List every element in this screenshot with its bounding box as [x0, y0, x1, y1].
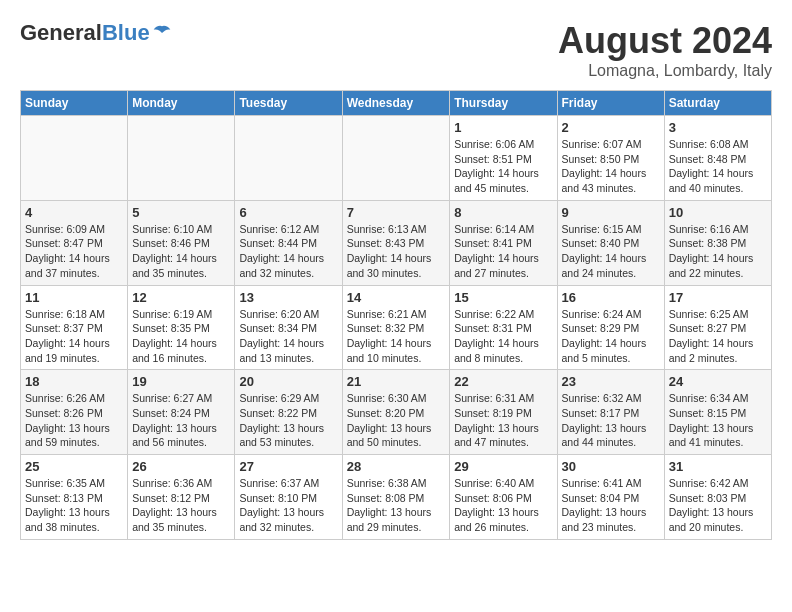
calendar-cell [342, 116, 450, 201]
day-info: Sunrise: 6:32 AM Sunset: 8:17 PM Dayligh… [562, 391, 660, 450]
calendar-cell [235, 116, 342, 201]
day-number: 31 [669, 459, 767, 474]
day-info: Sunrise: 6:06 AM Sunset: 8:51 PM Dayligh… [454, 137, 552, 196]
day-info: Sunrise: 6:37 AM Sunset: 8:10 PM Dayligh… [239, 476, 337, 535]
calendar-cell: 29Sunrise: 6:40 AM Sunset: 8:06 PM Dayli… [450, 455, 557, 540]
calendar-cell: 2Sunrise: 6:07 AM Sunset: 8:50 PM Daylig… [557, 116, 664, 201]
calendar-cell: 24Sunrise: 6:34 AM Sunset: 8:15 PM Dayli… [664, 370, 771, 455]
weekday-header-sunday: Sunday [21, 91, 128, 116]
calendar-cell: 26Sunrise: 6:36 AM Sunset: 8:12 PM Dayli… [128, 455, 235, 540]
day-number: 13 [239, 290, 337, 305]
day-info: Sunrise: 6:27 AM Sunset: 8:24 PM Dayligh… [132, 391, 230, 450]
calendar-week-row: 18Sunrise: 6:26 AM Sunset: 8:26 PM Dayli… [21, 370, 772, 455]
day-number: 27 [239, 459, 337, 474]
day-number: 14 [347, 290, 446, 305]
day-info: Sunrise: 6:21 AM Sunset: 8:32 PM Dayligh… [347, 307, 446, 366]
calendar-cell: 4Sunrise: 6:09 AM Sunset: 8:47 PM Daylig… [21, 200, 128, 285]
logo: GeneralBlue [20, 20, 172, 46]
day-number: 3 [669, 120, 767, 135]
calendar-cell: 14Sunrise: 6:21 AM Sunset: 8:32 PM Dayli… [342, 285, 450, 370]
calendar-week-row: 11Sunrise: 6:18 AM Sunset: 8:37 PM Dayli… [21, 285, 772, 370]
day-info: Sunrise: 6:36 AM Sunset: 8:12 PM Dayligh… [132, 476, 230, 535]
weekday-header-saturday: Saturday [664, 91, 771, 116]
calendar-cell [128, 116, 235, 201]
day-number: 11 [25, 290, 123, 305]
weekday-header-friday: Friday [557, 91, 664, 116]
day-info: Sunrise: 6:14 AM Sunset: 8:41 PM Dayligh… [454, 222, 552, 281]
day-number: 18 [25, 374, 123, 389]
title-area: August 2024 Lomagna, Lombardy, Italy [558, 20, 772, 80]
day-info: Sunrise: 6:08 AM Sunset: 8:48 PM Dayligh… [669, 137, 767, 196]
day-info: Sunrise: 6:30 AM Sunset: 8:20 PM Dayligh… [347, 391, 446, 450]
calendar-cell [21, 116, 128, 201]
calendar-cell: 23Sunrise: 6:32 AM Sunset: 8:17 PM Dayli… [557, 370, 664, 455]
day-number: 26 [132, 459, 230, 474]
day-info: Sunrise: 6:12 AM Sunset: 8:44 PM Dayligh… [239, 222, 337, 281]
day-number: 19 [132, 374, 230, 389]
calendar-cell: 21Sunrise: 6:30 AM Sunset: 8:20 PM Dayli… [342, 370, 450, 455]
weekday-header-wednesday: Wednesday [342, 91, 450, 116]
day-number: 8 [454, 205, 552, 220]
day-number: 4 [25, 205, 123, 220]
weekday-header-row: SundayMondayTuesdayWednesdayThursdayFrid… [21, 91, 772, 116]
day-number: 30 [562, 459, 660, 474]
day-number: 6 [239, 205, 337, 220]
day-number: 22 [454, 374, 552, 389]
calendar-cell: 9Sunrise: 6:15 AM Sunset: 8:40 PM Daylig… [557, 200, 664, 285]
day-number: 24 [669, 374, 767, 389]
day-number: 20 [239, 374, 337, 389]
calendar-cell: 15Sunrise: 6:22 AM Sunset: 8:31 PM Dayli… [450, 285, 557, 370]
logo-general: GeneralBlue [20, 20, 150, 46]
day-number: 28 [347, 459, 446, 474]
day-info: Sunrise: 6:26 AM Sunset: 8:26 PM Dayligh… [25, 391, 123, 450]
calendar-week-row: 25Sunrise: 6:35 AM Sunset: 8:13 PM Dayli… [21, 455, 772, 540]
day-number: 10 [669, 205, 767, 220]
calendar-cell: 28Sunrise: 6:38 AM Sunset: 8:08 PM Dayli… [342, 455, 450, 540]
calendar-cell: 12Sunrise: 6:19 AM Sunset: 8:35 PM Dayli… [128, 285, 235, 370]
day-number: 17 [669, 290, 767, 305]
calendar-cell: 7Sunrise: 6:13 AM Sunset: 8:43 PM Daylig… [342, 200, 450, 285]
day-info: Sunrise: 6:35 AM Sunset: 8:13 PM Dayligh… [25, 476, 123, 535]
day-number: 2 [562, 120, 660, 135]
calendar-table: SundayMondayTuesdayWednesdayThursdayFrid… [20, 90, 772, 540]
day-info: Sunrise: 6:42 AM Sunset: 8:03 PM Dayligh… [669, 476, 767, 535]
day-number: 23 [562, 374, 660, 389]
weekday-header-monday: Monday [128, 91, 235, 116]
day-info: Sunrise: 6:20 AM Sunset: 8:34 PM Dayligh… [239, 307, 337, 366]
calendar-week-row: 4Sunrise: 6:09 AM Sunset: 8:47 PM Daylig… [21, 200, 772, 285]
day-info: Sunrise: 6:25 AM Sunset: 8:27 PM Dayligh… [669, 307, 767, 366]
day-info: Sunrise: 6:31 AM Sunset: 8:19 PM Dayligh… [454, 391, 552, 450]
day-number: 12 [132, 290, 230, 305]
calendar-cell: 30Sunrise: 6:41 AM Sunset: 8:04 PM Dayli… [557, 455, 664, 540]
day-number: 5 [132, 205, 230, 220]
calendar-cell: 6Sunrise: 6:12 AM Sunset: 8:44 PM Daylig… [235, 200, 342, 285]
calendar-cell: 31Sunrise: 6:42 AM Sunset: 8:03 PM Dayli… [664, 455, 771, 540]
day-number: 9 [562, 205, 660, 220]
calendar-cell: 25Sunrise: 6:35 AM Sunset: 8:13 PM Dayli… [21, 455, 128, 540]
calendar-cell: 1Sunrise: 6:06 AM Sunset: 8:51 PM Daylig… [450, 116, 557, 201]
day-info: Sunrise: 6:29 AM Sunset: 8:22 PM Dayligh… [239, 391, 337, 450]
logo-bird-icon [152, 24, 172, 42]
calendar-cell: 20Sunrise: 6:29 AM Sunset: 8:22 PM Dayli… [235, 370, 342, 455]
calendar-cell: 17Sunrise: 6:25 AM Sunset: 8:27 PM Dayli… [664, 285, 771, 370]
day-info: Sunrise: 6:38 AM Sunset: 8:08 PM Dayligh… [347, 476, 446, 535]
calendar-cell: 8Sunrise: 6:14 AM Sunset: 8:41 PM Daylig… [450, 200, 557, 285]
day-number: 1 [454, 120, 552, 135]
weekday-header-thursday: Thursday [450, 91, 557, 116]
day-info: Sunrise: 6:34 AM Sunset: 8:15 PM Dayligh… [669, 391, 767, 450]
calendar-cell: 10Sunrise: 6:16 AM Sunset: 8:38 PM Dayli… [664, 200, 771, 285]
day-number: 25 [25, 459, 123, 474]
calendar-cell: 22Sunrise: 6:31 AM Sunset: 8:19 PM Dayli… [450, 370, 557, 455]
calendar-cell: 27Sunrise: 6:37 AM Sunset: 8:10 PM Dayli… [235, 455, 342, 540]
day-info: Sunrise: 6:15 AM Sunset: 8:40 PM Dayligh… [562, 222, 660, 281]
day-number: 29 [454, 459, 552, 474]
day-info: Sunrise: 6:41 AM Sunset: 8:04 PM Dayligh… [562, 476, 660, 535]
day-info: Sunrise: 6:16 AM Sunset: 8:38 PM Dayligh… [669, 222, 767, 281]
day-info: Sunrise: 6:07 AM Sunset: 8:50 PM Dayligh… [562, 137, 660, 196]
day-info: Sunrise: 6:09 AM Sunset: 8:47 PM Dayligh… [25, 222, 123, 281]
day-info: Sunrise: 6:13 AM Sunset: 8:43 PM Dayligh… [347, 222, 446, 281]
calendar-cell: 3Sunrise: 6:08 AM Sunset: 8:48 PM Daylig… [664, 116, 771, 201]
day-info: Sunrise: 6:22 AM Sunset: 8:31 PM Dayligh… [454, 307, 552, 366]
day-number: 15 [454, 290, 552, 305]
calendar-cell: 18Sunrise: 6:26 AM Sunset: 8:26 PM Dayli… [21, 370, 128, 455]
